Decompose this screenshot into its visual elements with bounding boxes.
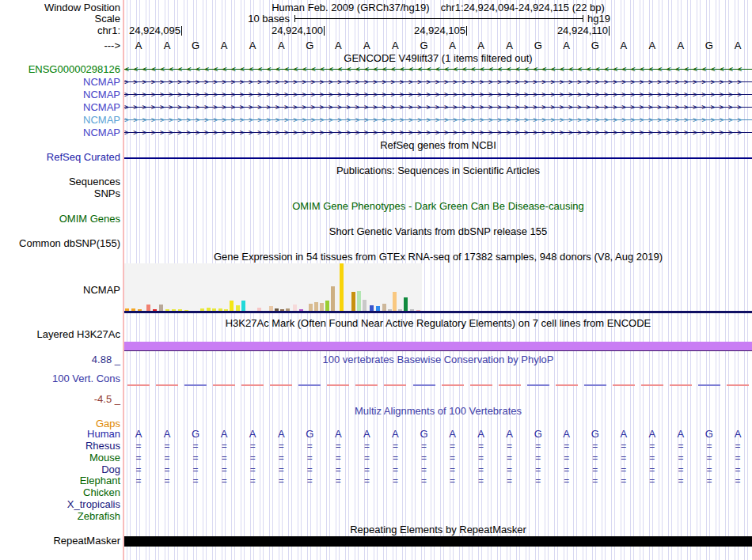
alignment-match-mark: =: [450, 452, 455, 464]
alignment-match-mark: =: [735, 464, 740, 475]
alignment-match-mark: =: [393, 475, 398, 486]
h3k27ac-signal-bar[interactable]: [124, 342, 752, 350]
alignment-match-mark: =: [478, 441, 484, 452]
species-label-x_tropicalis[interactable]: X_tropicalis: [0, 499, 120, 510]
gene-strand-arrows-right[interactable]: >>>>>>>>>>>>>>>>>>>>>>>>>>>>>>>>>>>>>>>>…: [124, 102, 752, 113]
refseq-curated-gene-line[interactable]: [124, 157, 752, 159]
gene-item-label[interactable]: NCMAP: [0, 102, 120, 113]
alignment-match-mark: =: [706, 464, 712, 475]
repeatmasker-element-bar[interactable]: [124, 536, 752, 547]
genome-browser-image: Window Position Scale chr1: ---> RefSeq …: [0, 0, 752, 560]
phylop-positive-dash: [527, 384, 549, 386]
gtex-tissue-bar[interactable]: [404, 297, 408, 311]
track-label-common-dbsnp[interactable]: Common dbSNP(155): [0, 238, 120, 249]
alignment-match-mark: =: [649, 475, 655, 486]
track-label-layered-h3k27ac[interactable]: Layered H3K27Ac: [0, 329, 120, 340]
gtex-tissue-bar[interactable]: [370, 305, 374, 311]
gtex-tissue-bar[interactable]: [393, 292, 397, 311]
gtex-tissue-bar[interactable]: [293, 305, 297, 311]
phylop-positive-dash: [698, 384, 720, 386]
gtex-tissue-bar[interactable]: [363, 300, 367, 311]
gtex-tissue-bar[interactable]: [382, 304, 386, 311]
gtex-tissue-bar[interactable]: [331, 286, 335, 311]
gene-strand-arrows-right[interactable]: >>>>>>>>>>>>>>>>>>>>>>>>>>>>>>>>>>>>>>>>…: [124, 77, 752, 88]
track-label-snps[interactable]: SNPs: [0, 188, 120, 199]
gene-item-label[interactable]: NCMAP: [0, 77, 120, 88]
species-label-zebrafish[interactable]: Zebrafish: [0, 511, 120, 522]
gene-item-label[interactable]: NCMAP: [0, 127, 120, 138]
alignment-match-mark: =: [279, 452, 284, 464]
gene-item-label[interactable]: NCMAP: [0, 115, 120, 126]
phylop-negative-dash: [727, 384, 749, 386]
gtex-tissue-bar[interactable]: [357, 291, 361, 311]
species-label-chicken[interactable]: Chicken: [0, 487, 120, 498]
alignment-match-mark: =: [193, 464, 199, 475]
ruler-tick-mark: [181, 26, 182, 36]
species-label-elephant[interactable]: Elephant: [0, 475, 120, 486]
alignment-match-mark: =: [592, 452, 598, 464]
gene-strand-arrows-right[interactable]: >>>>>>>>>>>>>>>>>>>>>>>>>>>>>>>>>>>>>>>>…: [124, 127, 752, 138]
alignment-match-mark: =: [421, 475, 427, 486]
gene-item-label[interactable]: NCMAP: [0, 89, 120, 100]
aligned-base: A: [363, 429, 370, 440]
sequence-base: A: [363, 40, 370, 51]
phylop-negative-dash: [442, 384, 464, 386]
alignment-match-mark: =: [222, 452, 227, 464]
gencode-track-title: GENCODE V49lift37 (1 items filtered out): [124, 53, 752, 64]
track-label-sequences[interactable]: Sequences: [0, 176, 120, 187]
gtex-tissue-bar[interactable]: [309, 304, 313, 311]
gtex-tissue-bar[interactable]: [236, 305, 240, 311]
gtex-tissue-bar[interactable]: [325, 301, 329, 311]
gene-strand-arrows-right[interactable]: >>>>>>>>>>>>>>>>>>>>>>>>>>>>>>>>>>>>>>>>…: [124, 89, 752, 100]
aligned-base: A: [563, 429, 570, 440]
aligned-base: A: [735, 429, 742, 440]
alignment-match-mark: =: [279, 441, 284, 452]
gtex-tissue-bar[interactable]: [351, 292, 355, 311]
gtex-tissue-bar[interactable]: [314, 302, 318, 311]
alignment-match-mark: =: [535, 464, 541, 475]
species-label-human[interactable]: Human: [0, 429, 120, 440]
omim-track-title: OMIM Gene Phenotypes - Dark Green Can Be…: [124, 201, 752, 212]
alignment-match-mark: =: [706, 441, 712, 452]
gtex-tissue-bar[interactable]: [230, 301, 234, 311]
species-label-dog[interactable]: Dog: [0, 464, 120, 475]
sequence-base: A: [164, 40, 171, 51]
gene-strand-arrows-left[interactable]: <<<<<<<<<<<<<<<<<<<<<<<<<<<<<<<<<<<<<<<<…: [124, 64, 752, 75]
gene-strand-arrows-right[interactable]: >>>>>>>>>>>>>>>>>>>>>>>>>>>>>>>>>>>>>>>>…: [124, 115, 752, 126]
sequence-base: G: [591, 40, 599, 51]
alignment-match-mark: =: [592, 464, 598, 475]
track-label-gtex-gene[interactable]: NCMAP: [0, 285, 120, 296]
track-label-repeatmasker[interactable]: RepeatMasker: [0, 535, 120, 547]
aligned-base: A: [678, 429, 685, 440]
gtex-tissue-bar[interactable]: [340, 263, 344, 311]
alignment-match-mark: =: [621, 475, 626, 486]
sequence-base: A: [392, 40, 399, 51]
gene-item-label[interactable]: ENSG00000298126: [0, 64, 120, 75]
track-label-refseq-curated[interactable]: RefSeq Curated: [0, 152, 120, 163]
alignment-match-mark: =: [135, 452, 141, 464]
alignment-match-mark: =: [450, 475, 455, 486]
window-position-title: Human Feb. 2009 (GRCh37/hg19)chr1:24,924…: [124, 2, 752, 13]
alignment-match-mark: =: [135, 441, 141, 452]
sequence-base: A: [135, 40, 142, 51]
gtex-tissue-bar[interactable]: [159, 305, 163, 311]
sequence-base: A: [249, 40, 256, 51]
track-label-100-vert-cons[interactable]: 100 Vert. Cons: [0, 373, 120, 384]
repeatmasker-track-title: Repeating Elements by RepeatMasker: [124, 524, 752, 535]
track-display-area[interactable]: Human Feb. 2009 (GRCh37/hg19)chr1:24,924…: [124, 0, 752, 560]
species-label-mouse[interactable]: Mouse: [0, 452, 120, 464]
species-label-rhesus[interactable]: Rhesus: [0, 441, 120, 452]
aligned-base: A: [620, 429, 627, 440]
alignment-match-mark: =: [706, 475, 712, 486]
sequence-base: A: [648, 40, 655, 51]
alignment-match-mark: =: [193, 441, 199, 452]
sequence-base: A: [221, 40, 228, 51]
track-label-omim-genes[interactable]: OMIM Genes: [0, 214, 120, 225]
aligned-base: A: [278, 429, 285, 440]
alignment-match-mark: =: [307, 464, 313, 475]
alignment-match-mark: =: [165, 475, 170, 486]
gtex-tissue-bar[interactable]: [146, 305, 150, 311]
alignment-match-mark: =: [478, 475, 484, 486]
gtex-tissue-bar[interactable]: [241, 301, 245, 311]
gtex-tissue-bar[interactable]: [320, 303, 324, 311]
